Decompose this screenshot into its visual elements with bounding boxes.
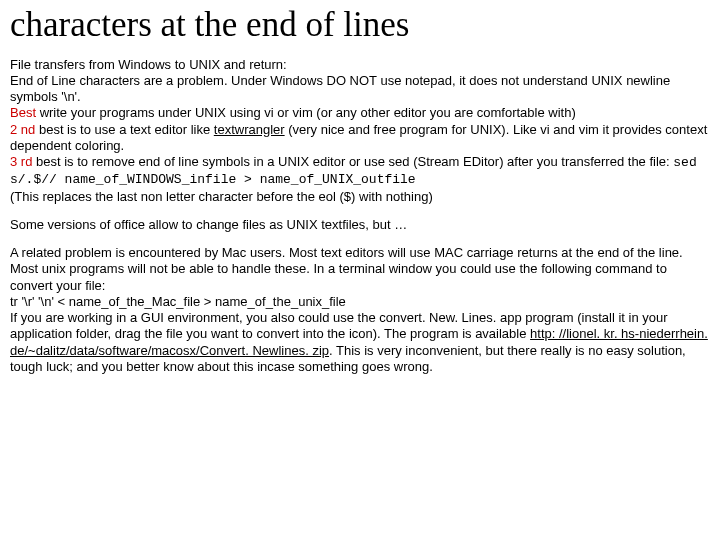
textwrangler-link[interactable]: textwrangler (214, 122, 285, 137)
paragraph-1: File transfers from Windows to UNIX and … (10, 57, 710, 205)
p1-line4a: best is to use a text editor like (35, 122, 213, 137)
document-page: characters at the end of lines File tran… (0, 0, 720, 397)
p1-line3: write your programs under UNIX using vi … (36, 105, 576, 120)
p3-line1: A related problem is encountered by Mac … (10, 245, 683, 293)
p1-line1: File transfers from Windows to UNIX and … (10, 57, 287, 72)
p1-line2: End of Line characters are a problem. Un… (10, 73, 670, 104)
p3-line2: tr '\r' '\n' < name_of_the_Mac_file > na… (10, 294, 346, 309)
page-title: characters at the end of lines (10, 6, 710, 45)
p1-line6: (This replaces the last non letter chara… (10, 189, 433, 204)
p1-line5a: best is to remove end of line symbols in… (32, 154, 673, 169)
paragraph-2: Some versions of office allow to change … (10, 217, 710, 233)
second-best-label: 2 nd (10, 122, 35, 137)
paragraph-3: A related problem is encountered by Mac … (10, 245, 710, 375)
third-best-label: 3 rd (10, 154, 32, 169)
best-label: Best (10, 105, 36, 120)
